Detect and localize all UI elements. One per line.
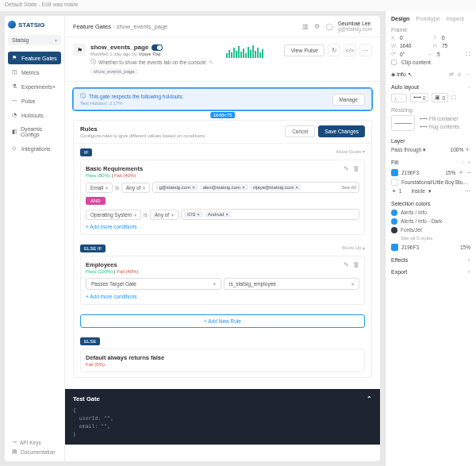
blend-mode-select[interactable]: Pass through ▾ <box>391 147 426 153</box>
more-button[interactable]: ⋯ <box>359 44 372 56</box>
add-condition-link[interactable]: + Add more conditions <box>86 294 359 299</box>
breadcrumb-root[interactable]: Feature Gates <box>73 23 111 30</box>
rules-title: Rules <box>80 125 205 133</box>
value-chip[interactable]: vijaye@statsig.com × <box>250 184 301 191</box>
breadcrumb-current: show_events_page <box>117 23 168 30</box>
add-condition-link[interactable]: + Add more conditions <box>86 224 359 229</box>
value-chip[interactable]: iOS × <box>184 211 203 218</box>
resizing-diagram[interactable] <box>391 115 415 131</box>
layout-icon[interactable]: ▥ <box>302 23 309 30</box>
move-down-link[interactable]: Move Down ▾ <box>336 148 365 154</box>
collapse-icon[interactable]: ⌃ <box>367 395 372 402</box>
add-new-rule-button[interactable]: + Add New Rule <box>80 314 365 328</box>
view-pulse-button[interactable]: View Pulse <box>284 44 324 56</box>
nav-dynamic-configs[interactable]: ◧Dynamic Configs <box>8 123 61 141</box>
add-export-icon[interactable]: + <box>467 269 470 275</box>
add-fill-icon[interactable]: + <box>467 160 470 166</box>
delete-icon[interactable]: 🗑 <box>353 261 359 268</box>
nav-metrics[interactable]: ◫Metrics <box>8 66 61 79</box>
remove-fill-icon[interactable]: − <box>467 170 470 175</box>
nav-pulse[interactable]: ⁓Pulse <box>8 94 61 107</box>
selection-color[interactable]: Alerts / Info <box>391 210 470 216</box>
fill-opacity[interactable]: 15% <box>445 170 455 175</box>
save-changes-button[interactable]: Save Changes <box>318 125 365 137</box>
resize-h-select[interactable]: ⟷ Fill container <box>420 115 459 123</box>
eye-icon[interactable]: 👁 <box>465 147 470 152</box>
frame-radius[interactable]: 5 <box>437 52 440 57</box>
frame-y[interactable]: 0 <box>442 35 445 40</box>
condition-operator-select[interactable]: Any of▾ <box>121 183 150 193</box>
holdout-banner[interactable]: ⓘThis gate respects the following holdou… <box>73 88 372 110</box>
nav-experiments[interactable]: ⚗Experiments+ <box>8 80 61 93</box>
delete-icon[interactable]: 🗑 <box>353 165 359 172</box>
refresh-button[interactable]: ↻ <box>328 44 340 56</box>
direction-toggle[interactable]: ↓ → <box>391 94 407 102</box>
padding-input[interactable]: ▣ 0 <box>432 93 448 102</box>
stroke-swatch[interactable] <box>391 179 398 186</box>
move-up-link[interactable]: Move Up ▴ <box>342 245 365 250</box>
test-gate-code[interactable]: { userId: "", email: "", } <box>73 407 372 438</box>
gate-toggle[interactable] <box>152 44 163 51</box>
swap-icon[interactable]: ⇄ <box>449 71 454 78</box>
stroke-style[interactable]: Foundational/Little Boy Blu... <box>401 179 467 185</box>
selection-color[interactable]: Alerts / Info - Dark <box>391 218 470 225</box>
condition-values[interactable]: g@statsig.com × alex@statsig.com × vijay… <box>152 182 359 193</box>
condition-values[interactable]: iOS × Android × <box>181 209 359 220</box>
api-keys-link[interactable]: ⊸API Keys <box>8 437 61 447</box>
value-chip[interactable]: g@statsig.com × <box>155 184 198 191</box>
style-icon[interactable]: ∷ <box>461 160 464 166</box>
tab-design[interactable]: Design <box>391 16 409 21</box>
condition-operator-select[interactable]: Any of▾ <box>150 210 178 220</box>
frame-h[interactable]: 75 <box>442 43 447 48</box>
stroke-align[interactable]: Inside <box>411 188 424 194</box>
edit-icon[interactable]: ✎ <box>344 165 349 172</box>
selection-color[interactable]: Fonts/Jet <box>391 227 470 233</box>
fill-hex[interactable]: 2196F3 <box>401 170 419 175</box>
condition-field-select[interactable]: Operating System▾ <box>86 210 141 220</box>
workspace-select[interactable]: Statsig▾ <box>8 35 61 45</box>
expand-icon[interactable]: ⛶ <box>466 52 470 56</box>
see-all-styles-link[interactable]: See all 5 styles <box>401 236 470 241</box>
eye-icon[interactable]: 👁 <box>459 170 464 175</box>
gear-icon[interactable]: ⚙ <box>314 23 321 30</box>
value-chip[interactable]: Android × <box>205 211 232 218</box>
manage-button[interactable]: Manage <box>332 94 366 106</box>
see-all-link[interactable]: See All <box>341 185 356 190</box>
opacity-input[interactable]: 100% <box>451 147 464 152</box>
stroke-weight[interactable]: 1 <box>399 188 402 194</box>
value-chip[interactable]: alex@statsig.com × <box>200 184 248 191</box>
nav-integrations[interactable]: ◇Integrations <box>8 142 61 155</box>
remove-autolayout-icon[interactable]: − <box>467 84 470 90</box>
test-gate-title: Test Gate <box>73 395 100 402</box>
code-button[interactable]: </> <box>344 44 356 56</box>
edit-icon[interactable]: ✎ <box>209 60 213 66</box>
spacing-input[interactable]: ⟷ 0 <box>410 93 429 102</box>
more-icon[interactable]: ⋯ <box>465 71 470 78</box>
resize-v-select[interactable]: ⟷ Hug contents <box>420 123 459 131</box>
docs-link[interactable]: ▤Documentation <box>8 447 61 456</box>
add-effect-icon[interactable]: + <box>467 257 470 263</box>
figma-canvas[interactable]: STATSIG Statsig▾ ⚑Feature Gates ◫Metrics… <box>0 11 385 466</box>
target-gate-value[interactable]: is_statsig_employee▾ <box>224 278 359 290</box>
target-gate-select[interactable]: Passes Target Gate▾ <box>86 278 221 290</box>
frame-x[interactable]: 0 <box>400 35 403 40</box>
fill-swatch[interactable] <box>391 169 398 176</box>
tab-prototype[interactable]: Prototype <box>416 16 440 21</box>
edit-icon[interactable]: ✎ <box>344 261 349 268</box>
avatar-icon[interactable]: ◯ <box>326 23 333 30</box>
color-swatch[interactable] <box>391 244 398 251</box>
clip-content-checkbox[interactable] <box>391 60 397 65</box>
autolayout-more-icon[interactable]: ⛶ <box>451 95 456 100</box>
nav-feature-gates[interactable]: ⚑Feature Gates <box>8 52 61 64</box>
detach-icon[interactable]: ⊘ <box>457 71 462 78</box>
test-gate-panel: Test Gate⌃ { userId: "", email: "", } <box>65 389 380 445</box>
nav-holdouts[interactable]: ◔Holdouts <box>8 109 61 121</box>
cancel-button[interactable]: Cancel <box>285 125 315 137</box>
component-name[interactable]: Info <box>397 71 406 77</box>
stroke-more-icon[interactable]: ⋯ <box>465 188 470 194</box>
frame-w[interactable]: 1640 <box>400 43 411 48</box>
user-chip[interactable]: Geumbae Leeg@statsig.com <box>338 21 372 32</box>
condition-field-select[interactable]: Email▾ <box>86 183 113 193</box>
tab-inspect[interactable]: Inspect <box>446 16 464 21</box>
frame-rotation[interactable]: 0° <box>400 52 405 57</box>
